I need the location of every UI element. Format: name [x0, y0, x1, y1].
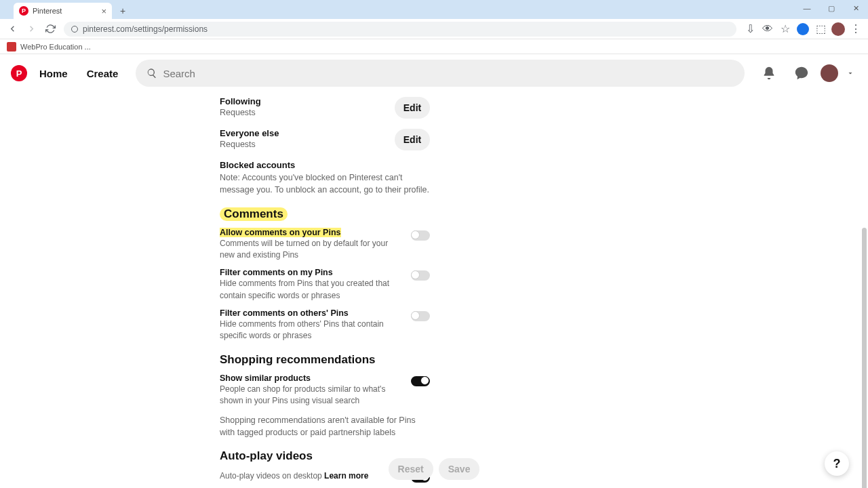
user-avatar[interactable] [821, 64, 838, 82]
bookmark-favicon [7, 42, 16, 52]
minimize-icon[interactable]: — [795, 0, 819, 16]
filter-others-toggle[interactable] [411, 311, 430, 321]
comments-heading: Comments [220, 207, 430, 221]
new-tab-button[interactable]: + [116, 4, 130, 18]
eye-icon[interactable]: 👁 [760, 21, 776, 37]
chevron-down-icon[interactable] [844, 60, 857, 87]
following-sub: Requests [220, 106, 388, 119]
browser-toolbar: pinterest.com/settings/permissions ⇩ 👁 ☆… [0, 19, 868, 39]
maximize-icon[interactable]: ▢ [819, 0, 844, 16]
close-window-icon[interactable]: ✕ [844, 0, 868, 16]
blocked-note: Note: Accounts you've blocked on Pintere… [220, 171, 430, 196]
edit-everyone-button[interactable]: Edit [395, 129, 430, 150]
close-icon[interactable]: × [101, 6, 106, 16]
nav-home[interactable]: Home [33, 60, 75, 87]
filter-mine-toggle[interactable] [411, 270, 430, 281]
shopping-heading: Shopping recommendations [220, 353, 430, 367]
blocked-title: Blocked accounts [220, 160, 430, 170]
forward-icon[interactable] [23, 21, 39, 37]
allow-comments-desc: Comments will be turned on by default fo… [220, 238, 404, 262]
nav-create[interactable]: Create [80, 60, 125, 87]
back-icon[interactable] [4, 21, 20, 37]
svg-point-0 [72, 26, 78, 32]
help-button[interactable]: ? [825, 451, 849, 476]
star-icon[interactable]: ☆ [777, 21, 793, 37]
settings-content: Following Requests Edit Everyone else Re… [0, 92, 868, 488]
tab-title: Pinterest [33, 7, 62, 15]
search-icon [146, 68, 157, 79]
profile-avatar[interactable] [830, 21, 846, 37]
allow-comments-toggle[interactable] [411, 230, 430, 241]
search-placeholder: Search [163, 68, 195, 79]
bookmarks-bar: WebPro Education ... [0, 39, 868, 54]
similar-products-toggle[interactable] [411, 376, 430, 386]
footer-actions: Reset Save [0, 458, 868, 480]
shopping-note: Shopping recommendations aren't availabl… [220, 414, 430, 439]
pinterest-header: P Home Create Search [0, 54, 868, 92]
url-text: pinterest.com/settings/permissions [83, 24, 208, 34]
reset-button[interactable]: Reset [389, 458, 433, 480]
browser-tab[interactable]: P Pinterest × [14, 3, 112, 19]
everyone-sub: Requests [220, 138, 388, 150]
url-bar[interactable]: pinterest.com/settings/permissions [64, 22, 736, 37]
save-button[interactable]: Save [439, 458, 480, 480]
notifications-icon[interactable] [755, 60, 783, 87]
filter-others-desc: Hide comments from others' Pins that con… [220, 319, 404, 342]
edit-following-button[interactable]: Edit [395, 97, 430, 119]
filter-others-title: Filter comments on others' Pins [220, 308, 404, 318]
menu-icon[interactable]: ⋮ [848, 21, 864, 37]
similar-desc: People can shop for products similar to … [220, 384, 404, 407]
everyone-title: Everyone else [220, 128, 388, 138]
messages-icon[interactable] [788, 60, 815, 87]
filter-mine-desc: Hide comments from Pins that you created… [220, 278, 404, 302]
highlight-marker: Comments [220, 207, 288, 221]
reload-icon[interactable] [42, 21, 58, 37]
following-title: Following [220, 96, 388, 106]
pinterest-logo[interactable]: P [11, 65, 27, 81]
scrollbar[interactable] [862, 228, 867, 488]
extensions-icon[interactable]: ⬚ [812, 21, 829, 37]
allow-comments-title: Allow comments on your Pins [220, 228, 404, 237]
bookmark-item[interactable]: WebPro Education ... [20, 43, 91, 51]
extension-blue-icon[interactable] [795, 21, 811, 37]
similar-title: Show similar products [220, 373, 404, 383]
filter-mine-title: Filter comments on my Pins [220, 268, 404, 277]
pinterest-favicon: P [19, 6, 28, 16]
browser-titlebar: P Pinterest × + — ▢ ✕ [0, 0, 868, 19]
search-bar[interactable]: Search [136, 60, 745, 87]
install-icon[interactable]: ⇩ [742, 21, 758, 37]
